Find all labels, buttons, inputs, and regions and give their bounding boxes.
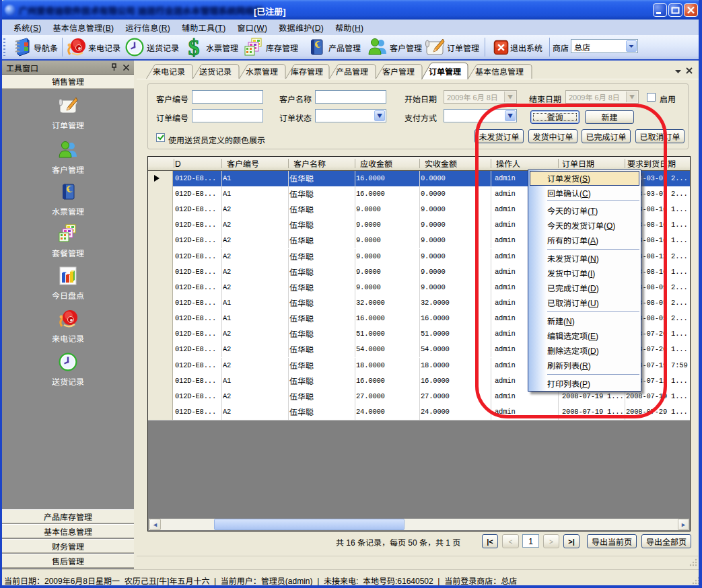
svg-text:$: $	[188, 36, 200, 58]
svg-text:基本信息管理: 基本信息管理	[475, 65, 524, 77]
svg-text:来电记录: 来电记录	[153, 65, 185, 77]
svg-text:库存管理: 库存管理	[291, 65, 323, 77]
svg-text:订单管理: 订单管理	[429, 65, 461, 77]
svg-text:水票管理: 水票管理	[246, 65, 278, 77]
svg-text:产品管理: 产品管理	[336, 65, 368, 77]
svg-text:客户管理: 客户管理	[382, 65, 415, 77]
svg-text:送货记录: 送货记录	[199, 65, 232, 77]
